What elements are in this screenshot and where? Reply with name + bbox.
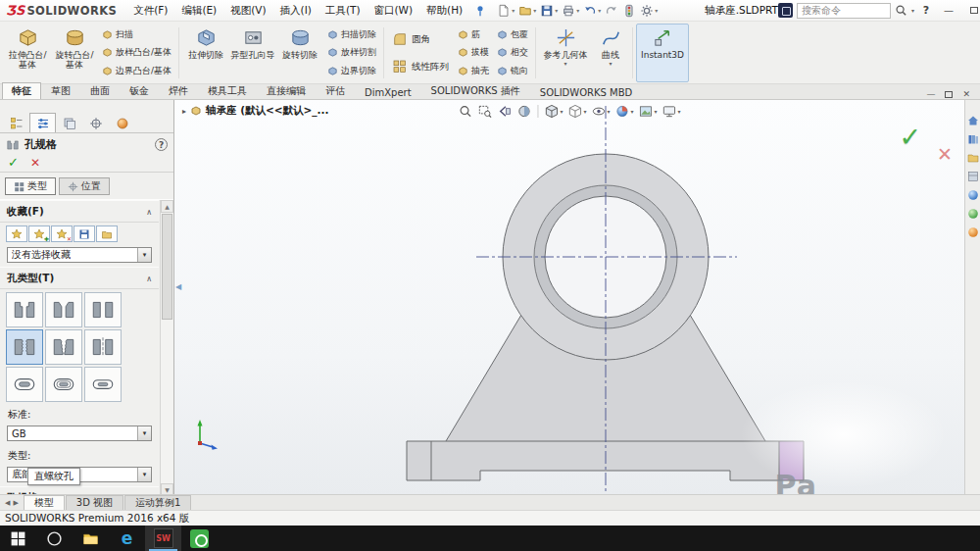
tab-scroll-left-icon[interactable]: ◀ [5,499,10,507]
menu-insert[interactable]: 插入(I) [273,2,318,20]
previous-view-button[interactable] [496,103,513,120]
edge-taskbar-button[interactable]: e [109,526,145,551]
revolve-cut-button[interactable]: 旋转切除 [276,24,323,82]
scenes-button[interactable] [966,207,979,220]
view-orientation-button[interactable] [543,103,564,120]
scrollbar-thumb[interactable] [162,214,172,320]
configurationmanager-tab[interactable] [56,113,82,132]
draft-button[interactable]: 拔模 [455,46,492,59]
screen-capture-icon[interactable] [778,3,793,18]
apply-scene-button[interactable] [638,103,659,120]
apply-favorite-button[interactable] [6,225,27,242]
linear-pattern-button[interactable]: 线性阵列 [388,58,453,75]
legacy-hole-button[interactable] [84,329,122,365]
options-button[interactable] [638,3,660,19]
favorites-section-header[interactable]: 收藏(F) ∧ [0,200,159,223]
doc-restore-button[interactable] [945,91,953,98]
tab-surfaces[interactable]: 曲面 [80,82,120,99]
tab-type[interactable]: 类型 [5,177,56,195]
displaymanager-tab[interactable] [109,113,135,132]
boundary-cut-button[interactable]: 边界切除 [324,65,379,77]
help-icon[interactable]: ? [155,138,168,151]
open-button[interactable] [516,3,538,19]
appearances-button[interactable] [966,188,979,201]
extrude-boss-button[interactable]: 拉伸凸台/基体 [4,24,51,82]
propertymanager-tab[interactable] [29,113,56,132]
start-button[interactable] [0,526,36,551]
standard-select[interactable]: GB [7,426,152,441]
search-options-caret-icon[interactable]: ▾ [911,7,914,14]
counterbore-slot-button[interactable] [6,367,43,402]
revolve-boss-button[interactable]: 旋转凸台/基体 [51,24,98,82]
window-minimize-button[interactable]: — [938,1,959,21]
search-icon[interactable] [895,4,907,17]
taper-tap-button[interactable] [45,329,82,365]
tab-mold-tools[interactable]: 模具工具 [198,82,257,99]
window-maximize-button[interactable] [963,1,980,21]
design-library-button[interactable] [966,132,979,145]
countersink-hole-button[interactable] [45,292,82,327]
load-favorite-button[interactable] [96,225,118,242]
sweep-button[interactable]: 扫描 [99,28,174,41]
confirm-ok-button[interactable]: ✓ [899,122,921,152]
solidworks-resources-button[interactable] [966,114,979,126]
tab-model[interactable]: 模型 [24,495,65,510]
menu-pin-icon[interactable] [474,5,486,17]
tab-motion-study[interactable]: 运动算例1 [124,495,191,510]
menu-view[interactable]: 视图(V) [223,2,272,20]
pm-scrollbar[interactable]: ▲ ▼ [160,200,173,496]
curves-button[interactable]: 曲线 ▾ [592,24,629,82]
straight-tap-button[interactable] [6,329,43,365]
delete-favorite-button[interactable]: ✕ [51,225,73,242]
tab-3d-views[interactable]: 3D 视图 [66,495,123,510]
doc-close-button[interactable]: ✕ [962,89,970,99]
reference-geometry-button[interactable]: 参考几何体 ▾ [539,24,592,82]
feature-tree-breadcrumb[interactable]: ▸ 轴承座 (默认<<默认>_... [182,104,329,118]
viewport[interactable]: Pa ▸ 轴承座 (默认<<默认>_... [174,100,964,494]
shell-button[interactable]: 抽壳 [455,65,492,77]
save-button[interactable] [538,3,560,19]
expand-arrow-icon[interactable]: ▸ [182,107,186,116]
loft-cut-button[interactable]: 放样切割 [324,46,379,59]
menu-window[interactable]: 窗口(W) [368,2,420,20]
extrude-cut-button[interactable]: 拉伸切除 [182,24,229,82]
tab-evaluate[interactable]: 评估 [316,82,355,99]
print-button[interactable] [560,3,581,19]
hide-show-items-button[interactable] [590,103,611,120]
straight-hole-button[interactable] [84,292,122,327]
edit-appearance-button[interactable] [614,103,635,120]
section-view-button[interactable] [515,103,532,120]
loft-button[interactable]: 放样凸台/基体 [99,46,174,59]
tab-scroll-right-icon[interactable]: ▶ [13,499,18,507]
countersink-slot-button[interactable] [45,367,82,402]
tab-sketch[interactable]: 草图 [41,82,80,99]
cancel-button[interactable]: ✕ [30,157,40,169]
sweep-cut-button[interactable]: 扫描切除 [324,28,379,41]
command-search-input[interactable] [797,3,891,19]
doc-minimize-button[interactable]: — [926,89,935,99]
file-explorer-pane-button[interactable] [966,151,979,164]
instant3d-button[interactable]: Instant3D [636,24,689,82]
dimxpertmanager-tab[interactable] [82,113,109,132]
tab-sheet-metal[interactable]: 钣金 [120,82,159,99]
wrap-button[interactable]: 包覆 [494,28,531,41]
custom-properties-button[interactable] [966,225,979,238]
zoom-fit-button[interactable] [457,103,473,120]
counterbore-hole-button[interactable] [6,292,43,327]
save-favorite-button[interactable] [74,225,95,242]
featuremanager-tab[interactable] [3,113,29,132]
ok-button[interactable]: ✓ [8,156,19,169]
tab-weldments[interactable]: 焊件 [159,82,198,99]
tab-features[interactable]: 特征 [2,82,41,99]
fillet-button[interactable]: 圆角 [388,30,453,48]
menu-file[interactable]: 文件(F) [126,2,174,20]
intersect-button[interactable]: 相交 [494,46,531,59]
display-style-button[interactable] [566,103,587,120]
boundary-boss-button[interactable]: 边界凸台/基体 [99,65,174,77]
hole-types-section-header[interactable]: 孔类型(T) ∧ [0,267,159,289]
menu-edit[interactable]: 编辑(E) [174,2,223,20]
view-settings-button[interactable] [662,103,682,120]
tab-position[interactable]: 位置 [59,177,110,195]
favorites-select[interactable]: 没有选择收藏 [7,247,152,263]
redo-button[interactable] [603,3,620,19]
